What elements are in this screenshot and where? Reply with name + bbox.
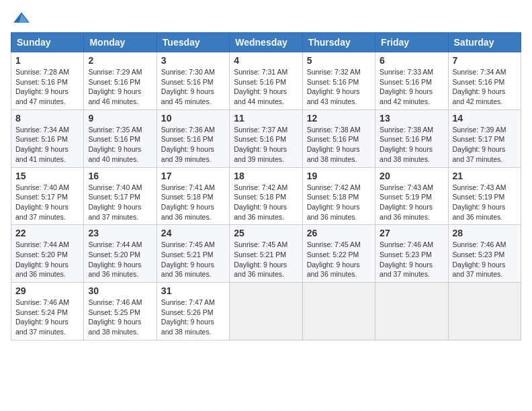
day-number: 20: [380, 171, 443, 181]
calendar-cell: 14 Sunrise: 7:39 AMSunset: 5:17 PMDaylig…: [448, 109, 521, 167]
day-number: 10: [161, 113, 225, 124]
day-detail: Sunrise: 7:29 AMSunset: 5:16 PMDaylight:…: [88, 68, 142, 105]
day-number: 5: [307, 55, 371, 66]
day-number: 17: [161, 171, 225, 181]
day-number: 19: [307, 171, 371, 181]
day-detail: Sunrise: 7:39 AMSunset: 5:17 PMDaylight:…: [453, 126, 506, 163]
day-detail: Sunrise: 7:40 AMSunset: 5:17 PMDaylight:…: [15, 183, 69, 221]
calendar-cell: 15 Sunrise: 7:40 AMSunset: 5:17 PMDaylig…: [11, 167, 84, 225]
calendar-cell: 21 Sunrise: 7:43 AMSunset: 5:19 PMDaylig…: [448, 167, 521, 225]
day-number: 6: [380, 55, 443, 66]
day-detail: Sunrise: 7:38 AMSunset: 5:16 PMDaylight:…: [380, 126, 433, 163]
calendar-cell: 23 Sunrise: 7:44 AMSunset: 5:20 PMDaylig…: [84, 225, 157, 283]
calendar-header-wednesday: Wednesday: [230, 33, 302, 52]
day-detail: Sunrise: 7:32 AMSunset: 5:16 PMDaylight:…: [307, 68, 361, 105]
calendar-header-sunday: Sunday: [11, 33, 84, 52]
calendar-cell: 7 Sunrise: 7:34 AMSunset: 5:16 PMDayligh…: [448, 52, 521, 110]
calendar-cell: 2 Sunrise: 7:29 AMSunset: 5:16 PMDayligh…: [84, 52, 157, 110]
day-number: 21: [453, 171, 517, 181]
calendar-cell: 25 Sunrise: 7:45 AMSunset: 5:21 PMDaylig…: [230, 225, 302, 283]
day-detail: Sunrise: 7:47 AMSunset: 5:26 PMDaylight:…: [161, 298, 215, 336]
calendar-cell: 31 Sunrise: 7:47 AMSunset: 5:26 PMDaylig…: [157, 283, 229, 340]
calendar-header-monday: Monday: [84, 33, 157, 52]
day-detail: Sunrise: 7:38 AMSunset: 5:16 PMDaylight:…: [307, 126, 361, 163]
calendar-cell: 20 Sunrise: 7:43 AMSunset: 5:19 PMDaylig…: [375, 167, 448, 225]
day-number: 25: [234, 228, 298, 238]
day-number: 26: [307, 228, 371, 238]
calendar-cell: [375, 283, 448, 340]
day-detail: Sunrise: 7:34 AMSunset: 5:16 PMDaylight:…: [15, 126, 69, 163]
day-number: 30: [88, 285, 152, 296]
day-detail: Sunrise: 7:45 AMSunset: 5:21 PMDaylight:…: [234, 240, 287, 278]
day-detail: Sunrise: 7:44 AMSunset: 5:20 PMDaylight:…: [15, 240, 69, 278]
day-number: 18: [234, 171, 298, 181]
calendar-week-row: 8 Sunrise: 7:34 AMSunset: 5:16 PMDayligh…: [11, 109, 521, 167]
calendar-cell: 16 Sunrise: 7:40 AMSunset: 5:17 PMDaylig…: [84, 167, 157, 225]
day-number: 28: [453, 228, 517, 238]
calendar-week-row: 29 Sunrise: 7:46 AMSunset: 5:24 PMDaylig…: [11, 283, 521, 340]
calendar-cell: 22 Sunrise: 7:44 AMSunset: 5:20 PMDaylig…: [11, 225, 84, 283]
day-detail: Sunrise: 7:45 AMSunset: 5:21 PMDaylight:…: [161, 240, 215, 278]
calendar-cell: 10 Sunrise: 7:36 AMSunset: 5:16 PMDaylig…: [157, 109, 229, 167]
day-detail: Sunrise: 7:34 AMSunset: 5:16 PMDaylight:…: [453, 68, 506, 105]
day-detail: Sunrise: 7:36 AMSunset: 5:16 PMDaylight:…: [161, 126, 215, 163]
day-detail: Sunrise: 7:46 AMSunset: 5:23 PMDaylight:…: [453, 240, 506, 278]
day-number: 12: [307, 113, 371, 124]
calendar-cell: 17 Sunrise: 7:41 AMSunset: 5:18 PMDaylig…: [157, 167, 229, 225]
day-detail: Sunrise: 7:42 AMSunset: 5:18 PMDaylight:…: [307, 183, 361, 221]
calendar-cell: 19 Sunrise: 7:42 AMSunset: 5:18 PMDaylig…: [302, 167, 375, 225]
day-detail: Sunrise: 7:28 AMSunset: 5:16 PMDaylight:…: [15, 68, 69, 105]
day-number: 14: [453, 113, 517, 124]
calendar-cell: 11 Sunrise: 7:37 AMSunset: 5:16 PMDaylig…: [230, 109, 302, 167]
day-detail: Sunrise: 7:45 AMSunset: 5:22 PMDaylight:…: [307, 240, 361, 278]
day-number: 1: [15, 55, 79, 66]
calendar-cell: 9 Sunrise: 7:35 AMSunset: 5:16 PMDayligh…: [84, 109, 157, 167]
calendar-cell: 8 Sunrise: 7:34 AMSunset: 5:16 PMDayligh…: [11, 109, 84, 167]
day-number: 7: [453, 55, 517, 66]
page-header: [11, 11, 521, 24]
day-number: 3: [161, 55, 225, 66]
logo: [11, 11, 30, 24]
calendar-cell: [448, 283, 521, 340]
day-detail: Sunrise: 7:46 AMSunset: 5:23 PMDaylight:…: [380, 240, 433, 278]
day-number: 31: [161, 285, 225, 296]
day-detail: Sunrise: 7:43 AMSunset: 5:19 PMDaylight:…: [380, 183, 433, 221]
day-detail: Sunrise: 7:43 AMSunset: 5:19 PMDaylight:…: [453, 183, 506, 221]
logo-icon: [13, 11, 30, 24]
day-number: 13: [380, 113, 443, 124]
calendar-header-thursday: Thursday: [302, 33, 375, 52]
calendar-cell: 18 Sunrise: 7:42 AMSunset: 5:18 PMDaylig…: [230, 167, 302, 225]
day-detail: Sunrise: 7:33 AMSunset: 5:16 PMDaylight:…: [380, 68, 433, 105]
day-number: 11: [234, 113, 298, 124]
day-detail: Sunrise: 7:37 AMSunset: 5:16 PMDaylight:…: [234, 126, 287, 163]
day-detail: Sunrise: 7:41 AMSunset: 5:18 PMDaylight:…: [161, 183, 215, 221]
day-detail: Sunrise: 7:46 AMSunset: 5:24 PMDaylight:…: [15, 298, 69, 336]
calendar-cell: 27 Sunrise: 7:46 AMSunset: 5:23 PMDaylig…: [375, 225, 448, 283]
day-detail: Sunrise: 7:40 AMSunset: 5:17 PMDaylight:…: [88, 183, 142, 221]
day-number: 16: [88, 171, 152, 181]
day-detail: Sunrise: 7:46 AMSunset: 5:25 PMDaylight:…: [88, 298, 142, 336]
calendar-cell: [302, 283, 375, 340]
day-number: 29: [15, 285, 79, 296]
calendar-header-friday: Friday: [375, 33, 448, 52]
calendar-cell: 29 Sunrise: 7:46 AMSunset: 5:24 PMDaylig…: [11, 283, 84, 340]
day-detail: Sunrise: 7:42 AMSunset: 5:18 PMDaylight:…: [234, 183, 287, 221]
calendar-table: SundayMondayTuesdayWednesdayThursdayFrid…: [11, 32, 521, 340]
calendar-cell: 3 Sunrise: 7:30 AMSunset: 5:16 PMDayligh…: [157, 52, 229, 110]
calendar-cell: 24 Sunrise: 7:45 AMSunset: 5:21 PMDaylig…: [157, 225, 229, 283]
calendar-header-tuesday: Tuesday: [157, 33, 229, 52]
day-number: 27: [380, 228, 443, 238]
day-detail: Sunrise: 7:30 AMSunset: 5:16 PMDaylight:…: [161, 68, 215, 105]
calendar-cell: 28 Sunrise: 7:46 AMSunset: 5:23 PMDaylig…: [448, 225, 521, 283]
day-number: 4: [234, 55, 298, 66]
day-detail: Sunrise: 7:44 AMSunset: 5:20 PMDaylight:…: [88, 240, 142, 278]
day-detail: Sunrise: 7:31 AMSunset: 5:16 PMDaylight:…: [234, 68, 287, 105]
calendar-week-row: 1 Sunrise: 7:28 AMSunset: 5:16 PMDayligh…: [11, 52, 521, 110]
calendar-cell: 13 Sunrise: 7:38 AMSunset: 5:16 PMDaylig…: [375, 109, 448, 167]
calendar-week-row: 15 Sunrise: 7:40 AMSunset: 5:17 PMDaylig…: [11, 167, 521, 225]
calendar-week-row: 22 Sunrise: 7:44 AMSunset: 5:20 PMDaylig…: [11, 225, 521, 283]
day-detail: Sunrise: 7:35 AMSunset: 5:16 PMDaylight:…: [88, 126, 142, 163]
day-number: 24: [161, 228, 225, 238]
day-number: 15: [15, 171, 79, 181]
calendar-cell: [230, 283, 302, 340]
